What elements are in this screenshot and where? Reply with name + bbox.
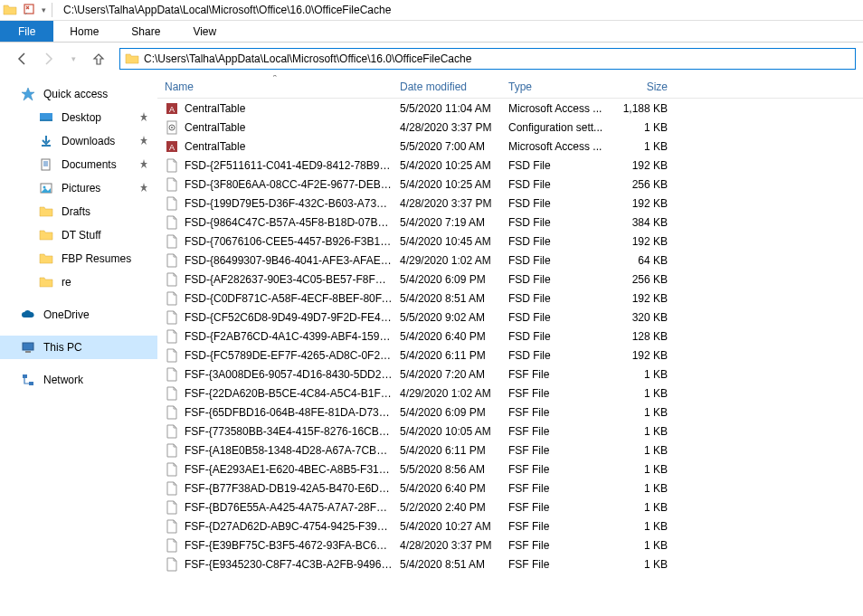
file-date: 5/4/2020 6:40 PM	[393, 330, 501, 343]
svg-rect-9	[23, 374, 27, 378]
file-name: FSF-{65DFBD16-064B-48FE-81DA-D73FE1...	[185, 406, 393, 419]
file-row[interactable]: FSD-{9864C47C-B57A-45F8-B18D-07B719...5/…	[157, 213, 863, 232]
tab-home[interactable]: Home	[53, 21, 115, 42]
file-row[interactable]: FSD-{3F80E6AA-08CC-4F2E-9677-DEB977...5/…	[157, 175, 863, 194]
sidebar-item-label: Documents	[62, 158, 117, 171]
file-row[interactable]: FSF-{D27AD62D-AB9C-4754-9425-F3921...5/4…	[157, 516, 863, 535]
file-row[interactable]: FSF-{773580BB-34E4-415F-8276-16CB411...5…	[157, 422, 863, 441]
file-type: Microsoft Access ...	[501, 102, 610, 115]
file-row[interactable]: FSF-{BD76E55A-A425-4A75-A7A7-28F673...5/…	[157, 498, 863, 516]
file-name-cell: FSF-{3A008DE6-9057-4D16-8430-5DD2C9...	[157, 367, 393, 382]
tab-share[interactable]: Share	[115, 21, 176, 42]
file-name-cell: ACentralTable	[157, 139, 393, 154]
file-name: FSD-{9864C47C-B57A-45F8-B18D-07B719...	[185, 216, 393, 229]
quick-access-toolbar: ▾	[24, 4, 46, 17]
sidebar-item[interactable]: Documents	[0, 153, 157, 176]
file-row[interactable]: FSF-{3A008DE6-9057-4D16-8430-5DD2C9...5/…	[157, 365, 863, 384]
file-row[interactable]: FSD-{70676106-CEE5-4457-B926-F3B1356...5…	[157, 232, 863, 251]
column-size[interactable]: Size	[610, 75, 682, 98]
file-row[interactable]: FSD-{C0DF871C-A58F-4ECF-8BEF-80FA3...5/4…	[157, 289, 863, 308]
file-date: 5/4/2020 8:51 AM	[393, 558, 501, 571]
file-list: ACentralTable5/5/2020 11:04 AMMicrosoft …	[157, 99, 863, 616]
file-name-cell: FSD-{C0DF871C-A58F-4ECF-8BEF-80FA3...	[157, 291, 393, 306]
sidebar-item[interactable]: FBP Resumes	[0, 247, 157, 270]
file-type: FSF File	[501, 444, 610, 457]
sidebar-item[interactable]: DT Stuff	[0, 223, 157, 247]
file-row[interactable]: FSD-{2F511611-C041-4ED9-8412-78B9027...5…	[157, 156, 863, 175]
sidebar-item[interactable]: re	[0, 270, 157, 294]
file-row[interactable]: ACentralTable5/5/2020 11:04 AMMicrosoft …	[157, 99, 863, 118]
file-name-cell: FSD-{FC5789DE-EF7F-4265-AD8C-0F2DF1...	[157, 348, 393, 363]
file-date: 4/28/2020 3:37 PM	[393, 197, 501, 210]
file-row[interactable]: FSF-{E39BF75C-B3F5-4672-93FA-BC617D...4/…	[157, 535, 863, 554]
file-date: 5/4/2020 7:20 AM	[393, 368, 501, 381]
column-date[interactable]: Date modified	[393, 75, 501, 98]
sidebar-item[interactable]: Drafts	[0, 200, 157, 223]
file-row[interactable]: FSD-{AF282637-90E3-4C05-BE57-F8FE734...5…	[157, 270, 863, 289]
file-name-cell: FSD-{9864C47C-B57A-45F8-B18D-07B719...	[157, 215, 393, 230]
file-name: FSF-{3A008DE6-9057-4D16-8430-5DD2C9...	[185, 368, 393, 381]
recent-dropdown-icon[interactable]: ▾	[63, 49, 83, 69]
file-name: FSD-{CF52C6D8-9D49-49D7-9F2D-FE4331...	[185, 311, 393, 324]
file-row[interactable]: CentralTable4/28/2020 3:37 PMConfigurati…	[157, 118, 863, 137]
sidebar-item[interactable]: Desktop	[0, 106, 157, 129]
file-size: 1,188 KB	[610, 102, 682, 115]
file-name-cell: FSF-{65DFBD16-064B-48FE-81DA-D73FE1...	[157, 405, 393, 420]
back-button[interactable]	[13, 49, 33, 69]
file-row[interactable]: FSF-{A18E0B58-1348-4D28-A67A-7CBD34...5/…	[157, 441, 863, 460]
file-row[interactable]: FSD-{FC5789DE-EF7F-4265-AD8C-0F2DF1...5/…	[157, 346, 863, 365]
file-type: FSF File	[501, 558, 610, 571]
file-icon	[165, 424, 179, 439]
folder-icon	[2, 2, 18, 18]
svg-rect-3	[42, 145, 51, 147]
address-bar[interactable]	[119, 48, 856, 70]
file-row[interactable]: FSD-{199D79E5-D36F-432C-B603-A73AE...4/2…	[157, 194, 863, 213]
up-button[interactable]	[89, 49, 109, 69]
file-type: Configuration sett...	[501, 121, 610, 134]
qat-properties-icon[interactable]	[24, 4, 34, 17]
tab-file[interactable]: File	[0, 21, 53, 42]
file-type: FSD File	[501, 197, 610, 210]
nav-this-pc[interactable]: This PC	[0, 336, 157, 359]
file-row[interactable]: FSD-{F2AB76CD-4A1C-4399-ABF4-1594C...5/4…	[157, 327, 863, 346]
file-name-cell: FSD-{CF52C6D8-9D49-49D7-9F2D-FE4331...	[157, 310, 393, 325]
file-icon	[165, 329, 179, 344]
sidebar-item[interactable]: Pictures	[0, 176, 157, 200]
file-type: FSF File	[501, 425, 610, 438]
file-row[interactable]: FSF-{22DA620B-B5CE-4C84-A5C4-B1F36...4/2…	[157, 384, 863, 403]
forward-button[interactable]	[38, 49, 58, 69]
svg-rect-2	[40, 119, 52, 121]
sidebar-item[interactable]: Downloads	[0, 129, 157, 153]
nav-onedrive[interactable]: OneDrive	[0, 303, 157, 327]
sidebar-item-label: DT Stuff	[62, 229, 101, 242]
svg-text:A: A	[169, 105, 175, 114]
address-input[interactable]	[144, 52, 851, 65]
file-size: 128 KB	[610, 330, 682, 343]
file-icon	[165, 462, 179, 477]
file-row[interactable]: FSF-{B77F38AD-DB19-42A5-B470-E6D6C...5/4…	[157, 479, 863, 498]
file-name: CentralTable	[185, 140, 393, 153]
documents-icon	[38, 156, 54, 173]
file-icon	[165, 481, 179, 496]
file-name: FSF-{A18E0B58-1348-4D28-A67A-7CBD34...	[185, 444, 393, 457]
file-row[interactable]: FSD-{CF52C6D8-9D49-49D7-9F2D-FE4331...5/…	[157, 308, 863, 327]
folder-icon	[124, 51, 140, 67]
file-name-cell: FSF-{A18E0B58-1348-4D28-A67A-7CBD34...	[157, 443, 393, 458]
sidebar-item-label: Desktop	[62, 111, 101, 124]
file-name: FSF-{BD76E55A-A425-4A75-A7A7-28F673...	[185, 501, 393, 514]
window-title: C:\Users\Talha\AppData\Local\Microsoft\O…	[63, 4, 391, 16]
column-type[interactable]: Type	[501, 75, 610, 98]
file-row[interactable]: FSD-{86499307-9B46-4041-AFE3-AFAEBD...4/…	[157, 251, 863, 270]
file-row[interactable]: ACentralTable5/5/2020 7:00 AMMicrosoft A…	[157, 137, 863, 156]
file-row[interactable]: FSF-{E9345230-C8F7-4C3B-A2FB-9496F9...5/…	[157, 554, 863, 573]
nav-quick-access[interactable]: Quick access	[0, 82, 157, 106]
file-date: 5/4/2020 10:45 AM	[393, 235, 501, 248]
qat-dropdown-icon[interactable]: ▾	[42, 5, 46, 14]
tab-view[interactable]: View	[176, 21, 232, 42]
sidebar-item-label: FBP Resumes	[62, 252, 131, 265]
file-row[interactable]: FSF-{AE293AE1-E620-4BEC-A8B5-F315C0...5/…	[157, 460, 863, 479]
column-name[interactable]: Name ⌃	[157, 75, 393, 98]
nav-network[interactable]: Network	[0, 368, 157, 392]
file-type: FSF File	[501, 539, 610, 552]
file-row[interactable]: FSF-{65DFBD16-064B-48FE-81DA-D73FE1...5/…	[157, 403, 863, 422]
